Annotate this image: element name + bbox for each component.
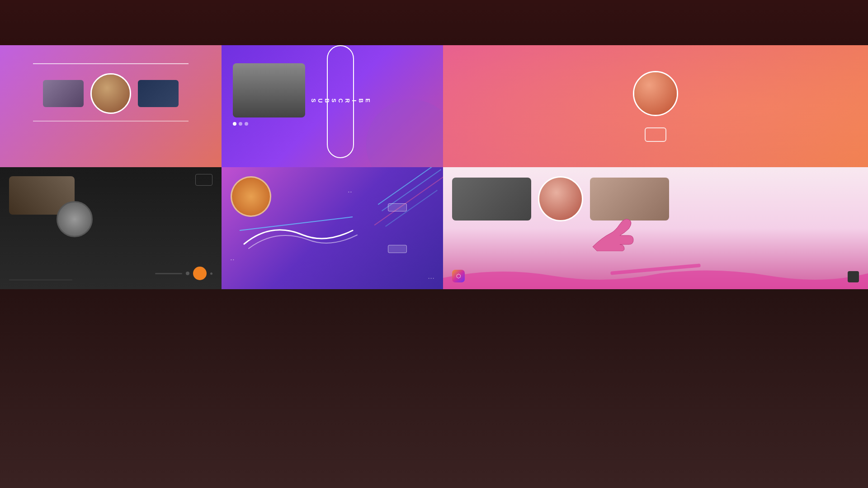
- card6-btn-bottom[interactable]: [388, 245, 407, 253]
- card7-avatar: [538, 176, 583, 221]
- card5-track-left: [155, 273, 182, 274]
- subscribe-text: SUBSCRIBE: [310, 99, 371, 105]
- card7-social: ⬡: [452, 270, 469, 282]
- card2-dot-1: [233, 122, 236, 126]
- card1-underline: [33, 63, 189, 64]
- card5-social-line: [9, 280, 72, 280]
- card2-dot-2: [239, 122, 242, 126]
- card7-thumb-left[interactable]: [452, 178, 531, 221]
- card1-thumb-right[interactable]: [138, 80, 179, 107]
- card7-square: [848, 271, 859, 282]
- card5-slider-dot-orange: [193, 267, 207, 280]
- card-eliza: [443, 45, 868, 167]
- card1-bottom-line: [33, 121, 189, 122]
- subscribe-pill[interactable]: SUBSCRIBE: [327, 45, 354, 158]
- card5-slider[interactable]: [155, 267, 212, 280]
- card3-box: [645, 127, 666, 142]
- card2-image[interactable]: [233, 63, 305, 117]
- card1-thumb-left[interactable]: [43, 80, 84, 107]
- card-pink-beauty: ⬡: [443, 167, 868, 289]
- card6-dots-deco3: • • •: [428, 276, 434, 280]
- card2-bg-circle: [366, 99, 443, 167]
- card-check-videos: [0, 45, 222, 167]
- card7-thumbs: [452, 176, 859, 221]
- card6-btn-top[interactable]: [388, 203, 407, 211]
- card3-avatar: [633, 71, 678, 116]
- card-sport: [0, 167, 222, 289]
- card2-image-inner: [233, 63, 305, 117]
- card5-social: [9, 278, 72, 280]
- card5-slider-dot-small: [186, 272, 189, 275]
- card5-info: [195, 174, 212, 186]
- card5-avatar: [57, 201, 93, 237]
- template-grid: • • • • • • • ⬡: [0, 45, 868, 334]
- card6-dots-deco: • •: [348, 190, 352, 194]
- svg-line-0: [240, 217, 353, 230]
- card7-instagram-icon[interactable]: ⬡: [452, 270, 465, 282]
- card7-hand-svg: [584, 211, 642, 251]
- card1-avatar[interactable]: [90, 73, 131, 114]
- card6-avatar: [231, 176, 271, 217]
- card5-slider-dot-tiny: [210, 272, 212, 275]
- card-animation: • • • • • • •: [222, 167, 443, 289]
- card6-swoosh: [235, 212, 362, 253]
- card6-dots-deco2: • •: [231, 258, 234, 262]
- card1-thumbnails: [14, 73, 208, 114]
- card7-hand: [584, 211, 642, 253]
- card2-dot-3: [245, 122, 248, 126]
